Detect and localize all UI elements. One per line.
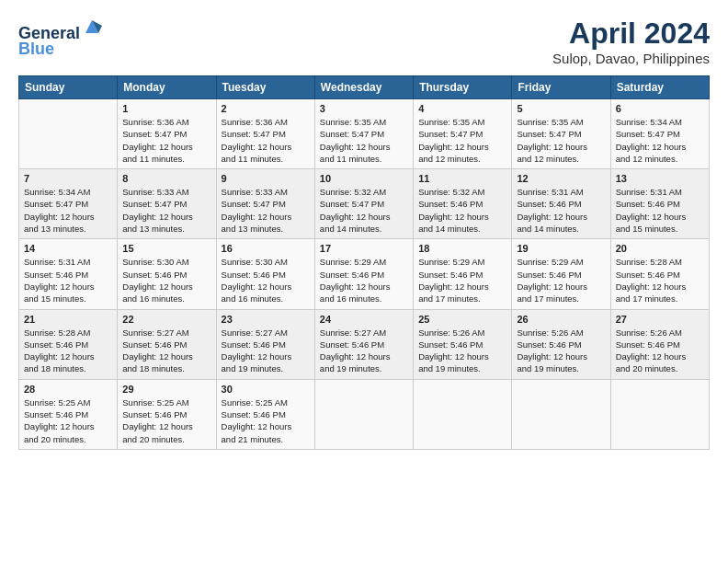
day-info: Sunrise: 5:35 AMSunset: 5:47 PMDaylight:…: [418, 116, 506, 165]
day-info: Sunrise: 5:35 AMSunset: 5:47 PMDaylight:…: [320, 116, 408, 165]
day-number: 10: [320, 173, 408, 184]
day-info: Sunrise: 5:26 AMSunset: 5:46 PMDaylight:…: [616, 327, 704, 375]
day-cell: 24Sunrise: 5:27 AMSunset: 5:46 PMDayligh…: [314, 309, 413, 379]
day-info: Sunrise: 5:31 AMSunset: 5:46 PMDaylight:…: [616, 186, 704, 235]
day-info: Sunrise: 5:28 AMSunset: 5:46 PMDaylight:…: [616, 256, 704, 304]
day-cell: 15Sunrise: 5:30 AMSunset: 5:46 PMDayligh…: [118, 239, 216, 309]
col-header-tuesday: Tuesday: [216, 76, 314, 99]
day-cell: 4Sunrise: 5:35 AMSunset: 5:47 PMDaylight…: [414, 99, 512, 169]
logo: General Blue: [18, 17, 102, 59]
day-number: 3: [320, 103, 408, 114]
day-info: Sunrise: 5:36 AMSunset: 5:47 PMDaylight:…: [222, 116, 310, 165]
day-number: 13: [616, 173, 704, 184]
day-info: Sunrise: 5:27 AMSunset: 5:46 PMDaylight:…: [320, 327, 408, 375]
week-row-4: 21Sunrise: 5:28 AMSunset: 5:46 PMDayligh…: [19, 309, 710, 379]
day-number: 19: [517, 243, 605, 254]
day-number: 8: [122, 173, 210, 184]
day-cell: 18Sunrise: 5:29 AMSunset: 5:46 PMDayligh…: [414, 239, 512, 309]
day-number: 1: [122, 103, 210, 114]
day-number: 5: [517, 103, 605, 114]
day-cell: 22Sunrise: 5:27 AMSunset: 5:46 PMDayligh…: [118, 309, 216, 379]
day-cell: [610, 379, 709, 449]
day-number: 9: [222, 173, 310, 184]
day-cell: 13Sunrise: 5:31 AMSunset: 5:46 PMDayligh…: [610, 169, 709, 239]
day-cell: 5Sunrise: 5:35 AMSunset: 5:47 PMDaylight…: [512, 99, 610, 169]
day-cell: 1Sunrise: 5:36 AMSunset: 5:47 PMDaylight…: [118, 99, 216, 169]
sub-title: Sulop, Davao, Philippines: [552, 51, 710, 66]
day-cell: 14Sunrise: 5:31 AMSunset: 5:46 PMDayligh…: [19, 239, 118, 309]
col-header-wednesday: Wednesday: [314, 76, 413, 99]
day-number: 7: [24, 173, 112, 184]
day-cell: 17Sunrise: 5:29 AMSunset: 5:46 PMDayligh…: [314, 239, 413, 309]
title-block: April 2024 Sulop, Davao, Philippines: [552, 17, 710, 66]
day-number: 18: [418, 243, 506, 254]
day-info: Sunrise: 5:27 AMSunset: 5:46 PMDaylight:…: [222, 327, 310, 375]
col-header-thursday: Thursday: [414, 76, 512, 99]
day-cell: 21Sunrise: 5:28 AMSunset: 5:46 PMDayligh…: [19, 309, 118, 379]
day-info: Sunrise: 5:25 AMSunset: 5:46 PMDaylight:…: [222, 396, 310, 445]
day-cell: 25Sunrise: 5:26 AMSunset: 5:46 PMDayligh…: [414, 309, 512, 379]
day-number: 6: [616, 103, 704, 114]
day-info: Sunrise: 5:36 AMSunset: 5:47 PMDaylight:…: [122, 116, 210, 165]
day-info: Sunrise: 5:29 AMSunset: 5:46 PMDaylight:…: [320, 256, 408, 304]
day-number: 20: [616, 243, 704, 254]
day-info: Sunrise: 5:29 AMSunset: 5:46 PMDaylight:…: [418, 256, 506, 304]
day-info: Sunrise: 5:26 AMSunset: 5:46 PMDaylight:…: [418, 327, 506, 375]
week-row-1: 1Sunrise: 5:36 AMSunset: 5:47 PMDaylight…: [19, 99, 710, 169]
week-row-5: 28Sunrise: 5:25 AMSunset: 5:46 PMDayligh…: [19, 379, 710, 449]
day-info: Sunrise: 5:28 AMSunset: 5:46 PMDaylight:…: [24, 327, 112, 375]
day-number: 26: [517, 314, 605, 325]
day-number: 2: [222, 103, 310, 114]
day-number: 25: [418, 314, 506, 325]
calendar-table: SundayMondayTuesdayWednesdayThursdayFrid…: [18, 75, 710, 450]
day-cell: 9Sunrise: 5:33 AMSunset: 5:47 PMDaylight…: [216, 169, 314, 239]
day-number: 23: [222, 314, 310, 325]
day-info: Sunrise: 5:30 AMSunset: 5:46 PMDaylight:…: [122, 256, 210, 304]
day-cell: 19Sunrise: 5:29 AMSunset: 5:46 PMDayligh…: [512, 239, 610, 309]
day-cell: 27Sunrise: 5:26 AMSunset: 5:46 PMDayligh…: [610, 309, 709, 379]
day-cell: 12Sunrise: 5:31 AMSunset: 5:46 PMDayligh…: [512, 169, 610, 239]
week-row-2: 7Sunrise: 5:34 AMSunset: 5:47 PMDaylight…: [19, 169, 710, 239]
day-cell: 3Sunrise: 5:35 AMSunset: 5:47 PMDaylight…: [314, 99, 413, 169]
day-info: Sunrise: 5:34 AMSunset: 5:47 PMDaylight:…: [616, 116, 704, 165]
day-info: Sunrise: 5:33 AMSunset: 5:47 PMDaylight:…: [222, 186, 310, 235]
day-info: Sunrise: 5:35 AMSunset: 5:47 PMDaylight:…: [517, 116, 605, 165]
day-info: Sunrise: 5:25 AMSunset: 5:46 PMDaylight:…: [24, 396, 112, 445]
day-cell: [512, 379, 610, 449]
day-cell: 28Sunrise: 5:25 AMSunset: 5:46 PMDayligh…: [19, 379, 118, 449]
day-number: 29: [122, 384, 210, 395]
day-number: 22: [122, 314, 210, 325]
day-info: Sunrise: 5:32 AMSunset: 5:46 PMDaylight:…: [418, 186, 506, 235]
day-cell: [19, 99, 118, 169]
day-cell: [314, 379, 413, 449]
day-cell: 23Sunrise: 5:27 AMSunset: 5:46 PMDayligh…: [216, 309, 314, 379]
week-row-3: 14Sunrise: 5:31 AMSunset: 5:46 PMDayligh…: [19, 239, 710, 309]
col-header-sunday: Sunday: [19, 76, 118, 99]
day-cell: 30Sunrise: 5:25 AMSunset: 5:46 PMDayligh…: [216, 379, 314, 449]
day-number: 28: [24, 384, 112, 395]
col-header-friday: Friday: [512, 76, 610, 99]
day-number: 15: [122, 243, 210, 254]
logo-icon: [82, 17, 102, 37]
col-header-monday: Monday: [118, 76, 216, 99]
day-number: 27: [616, 314, 704, 325]
day-cell: 26Sunrise: 5:26 AMSunset: 5:46 PMDayligh…: [512, 309, 610, 379]
day-number: 16: [222, 243, 310, 254]
day-info: Sunrise: 5:33 AMSunset: 5:47 PMDaylight:…: [122, 186, 210, 235]
day-info: Sunrise: 5:25 AMSunset: 5:46 PMDaylight:…: [122, 396, 210, 445]
day-cell: 29Sunrise: 5:25 AMSunset: 5:46 PMDayligh…: [118, 379, 216, 449]
day-cell: 16Sunrise: 5:30 AMSunset: 5:46 PMDayligh…: [216, 239, 314, 309]
day-cell: 2Sunrise: 5:36 AMSunset: 5:47 PMDaylight…: [216, 99, 314, 169]
header: General Blue April 2024 Sulop, Davao, Ph…: [18, 17, 710, 66]
day-cell: 11Sunrise: 5:32 AMSunset: 5:46 PMDayligh…: [414, 169, 512, 239]
day-info: Sunrise: 5:32 AMSunset: 5:47 PMDaylight:…: [320, 186, 408, 235]
day-number: 21: [24, 314, 112, 325]
day-number: 24: [320, 314, 408, 325]
day-cell: 20Sunrise: 5:28 AMSunset: 5:46 PMDayligh…: [610, 239, 709, 309]
day-cell: 8Sunrise: 5:33 AMSunset: 5:47 PMDaylight…: [118, 169, 216, 239]
page: General Blue April 2024 Sulop, Davao, Ph…: [0, 0, 728, 563]
day-info: Sunrise: 5:30 AMSunset: 5:46 PMDaylight:…: [222, 256, 310, 304]
col-header-saturday: Saturday: [610, 76, 709, 99]
day-number: 14: [24, 243, 112, 254]
day-number: 11: [418, 173, 506, 184]
